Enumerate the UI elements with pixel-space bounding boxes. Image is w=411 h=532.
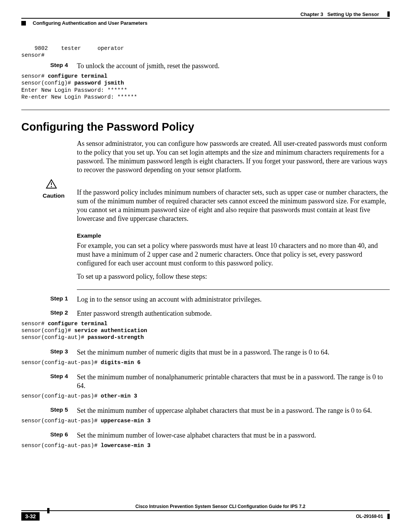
- step-label: Step 1: [50, 295, 77, 306]
- cli-block: sensor# configure terminal sensor(config…: [21, 73, 390, 101]
- section-divider: [21, 110, 390, 110]
- caution-label: Caution: [43, 192, 65, 199]
- step-text: Set the minimum number of uppercase alph…: [77, 406, 390, 415]
- step-label: Step 5: [50, 406, 77, 417]
- step-text: Set the minimum number of numeric digits…: [77, 348, 390, 357]
- example-heading: Example: [77, 232, 390, 239]
- steps-divider: [77, 289, 390, 290]
- caution-text: If the password policy includes minimum …: [77, 188, 390, 223]
- step-label: Step 2: [50, 309, 77, 320]
- step-row-2: Step 2 Enter password strength authentic…: [21, 309, 390, 320]
- cli-output-pre: 9802 tester operator sensor#: [21, 45, 390, 59]
- doc-number: OL-29168-01: [356, 514, 383, 519]
- cli-block: sensor# configure terminal sensor(config…: [21, 320, 390, 341]
- example-paragraph: For example, you can set a policy where …: [77, 241, 390, 281]
- caution-block: Caution If the password policy includes …: [21, 179, 390, 223]
- step-label: Step 3: [50, 348, 77, 359]
- step-row-3: Step 3 Set the minimum number of numeric…: [21, 348, 390, 359]
- square-icon: [21, 21, 26, 26]
- guide-title: Cisco Intrusion Prevention System Sensor…: [135, 504, 306, 509]
- step-text: To unlock the account of jsmith, reset t…: [77, 62, 390, 70]
- footer-right-mark: [387, 514, 390, 519]
- header-rule: [21, 18, 390, 19]
- step-row-5: Step 5 Set the minimum number of upperca…: [21, 406, 390, 417]
- cli-block: sensor(config-aut-pas)# lowercase-min 3: [21, 442, 390, 449]
- step-label: Step 6: [50, 431, 77, 442]
- step-row-4: Step 4 Set the minimum number of nonalph…: [21, 373, 390, 393]
- footer-left-mark: [47, 508, 49, 513]
- step-body: To unlock the account of jsmith, reset t…: [77, 62, 390, 73]
- step-row-6: Step 6 Set the minimum number of lower-c…: [21, 431, 390, 442]
- step-label: Step 4: [50, 373, 77, 393]
- cli-block: sensor(config-aut-pas)# uppercase-min 3: [21, 417, 390, 424]
- step-row-1: Step 1 Log in to the sensor using an acc…: [21, 295, 390, 306]
- chapter-label: Chapter 3 Setting Up the Sensor: [300, 11, 379, 17]
- cli-block: sensor(config-aut-pas)# digits-min 6: [21, 359, 390, 366]
- page-header: Chapter 3 Setting Up the Sensor: [21, 11, 390, 17]
- section-title: Configuring the Password Policy: [21, 121, 390, 133]
- page-number-badge: 3-32: [21, 512, 40, 521]
- svg-point-1: [51, 186, 52, 187]
- caution-icon: [46, 179, 77, 191]
- step-label: Step 4: [50, 62, 77, 73]
- step-text: Log in to the sensor using an account wi…: [77, 295, 390, 304]
- step-text: Set the minimum number of lower-case alp…: [77, 431, 390, 440]
- section-running-head: Configuring Authentication and User Para…: [33, 20, 147, 26]
- step-row-4a: Step 4 To unlock the account of jsmith, …: [21, 62, 390, 73]
- running-head: Configuring Authentication and User Para…: [21, 20, 390, 26]
- header-end-mark: [387, 11, 390, 17]
- intro-paragraph: As sensor administrator, you can configu…: [77, 139, 390, 174]
- step-text: Enter password strength authentication s…: [77, 309, 390, 318]
- step-text: Set the minimum number of nonalphanumeri…: [77, 373, 390, 390]
- cli-block: sensor(config-aut-pas)# other-min 3: [21, 393, 390, 399]
- page-footer: Cisco Intrusion Prevention System Sensor…: [21, 504, 390, 521]
